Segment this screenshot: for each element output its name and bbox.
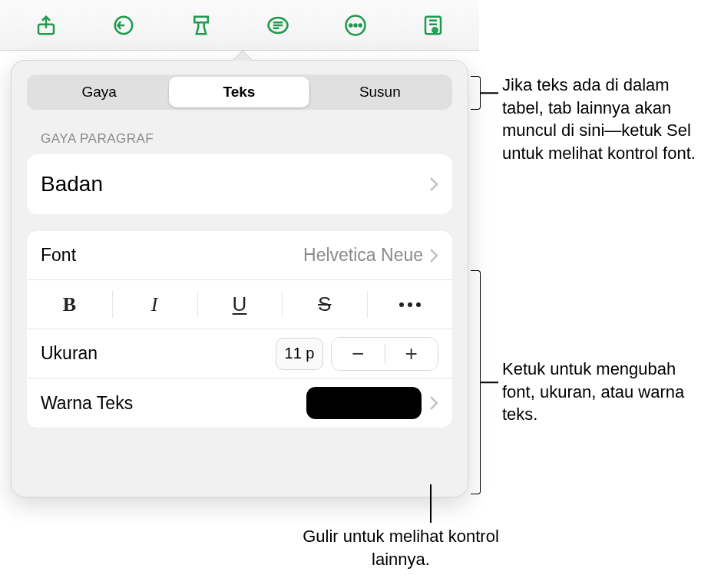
tab-arrange[interactable]: Susun [310,77,450,107]
more-button[interactable] [334,8,377,42]
font-label: Font [41,245,76,266]
svg-point-5 [354,24,356,26]
bold-button[interactable]: B [27,280,112,329]
text-color-label: Warna Teks [41,393,133,414]
font-card: Font Helvetica Neue B I U S Ukuran 11 p … [27,231,452,428]
section-label-paragraph-style: GAYA PARAGRAF [41,131,452,147]
size-row: Ukuran 11 p − + [27,329,452,378]
share-button[interactable] [25,8,68,42]
chevron-right-icon [429,177,438,192]
format-brush-button[interactable] [180,8,223,42]
svg-point-4 [349,24,352,26]
more-styles-button[interactable] [367,280,452,329]
italic-button[interactable]: I [112,280,197,329]
more-icon [344,14,367,37]
size-stepper: − + [331,337,438,371]
font-value: Helvetica Neue [303,245,423,266]
size-value-field[interactable]: 11 p [276,338,323,370]
paragraph-style-row[interactable]: Badan [27,154,452,214]
text-color-row[interactable]: Warna Teks [27,378,452,428]
list-icon [266,14,289,37]
view-button[interactable] [412,8,455,42]
tab-segmented-control: Gaya Teks Susun [27,74,452,110]
callout-leader-scroll [430,484,432,523]
text-style-row: B I U S [27,280,452,329]
font-row[interactable]: Font Helvetica Neue [27,231,452,280]
tab-style[interactable]: Gaya [29,77,169,107]
chevron-right-icon [429,395,438,411]
strikethrough-button[interactable]: S [282,280,367,329]
popover-pointer-inner [233,51,252,61]
view-icon [422,14,445,37]
annotation-font-controls: Ketuk untuk mengubah font, ukuran, atau … [502,358,711,426]
svg-point-9 [434,29,435,30]
callout-bracket-tabs [471,76,481,110]
undo-icon [112,14,135,37]
chevron-right-icon [429,248,438,263]
size-decrease-button[interactable]: − [332,338,385,370]
undo-button[interactable] [102,8,145,42]
annotation-scroll: Gulir untuk melihat kontrol lainnya. [293,525,508,570]
size-increase-button[interactable]: + [385,338,438,370]
ellipsis-icon [399,302,421,307]
paragraph-style-card: Badan [27,154,452,214]
paragraph-style-value: Badan [41,172,103,197]
underline-button[interactable]: U [197,280,283,329]
tab-text[interactable]: Teks [169,77,309,107]
format-brush-icon [190,14,213,37]
svg-point-6 [359,24,362,26]
callout-bracket-font [471,270,481,494]
share-icon [35,14,58,37]
size-label: Ukuran [41,343,98,364]
insert-button[interactable] [256,8,299,42]
toolbar [0,0,479,51]
annotation-tabs: Jika teks ada di dalam tabel, tab lainny… [502,74,711,165]
format-popover: Gaya Teks Susun GAYA PARAGRAF Badan Font… [11,60,468,497]
text-color-swatch[interactable] [306,387,422,419]
